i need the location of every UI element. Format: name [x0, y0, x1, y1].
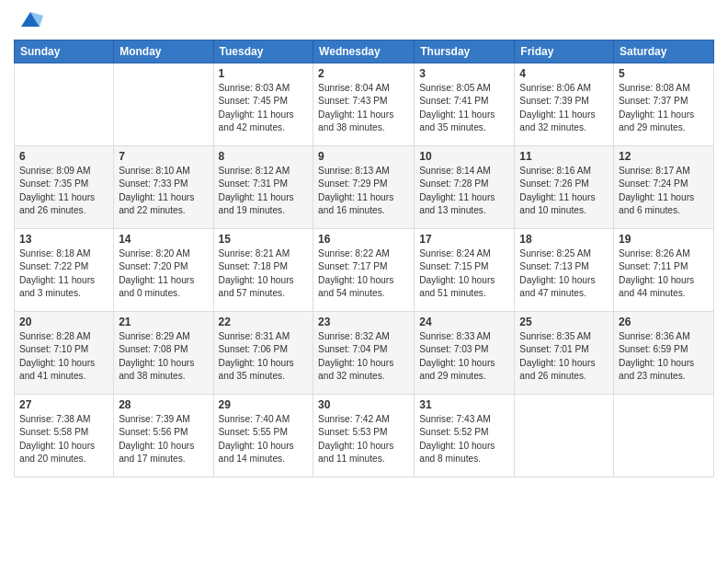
- calendar-week-row: 27Sunrise: 7:38 AMSunset: 5:58 PMDayligh…: [15, 395, 714, 477]
- calendar-page: SundayMondayTuesdayWednesdayThursdayFrid…: [0, 0, 728, 563]
- day-info: Sunrise: 8:33 AMSunset: 7:03 PMDaylight:…: [419, 330, 509, 383]
- day-number: 8: [219, 150, 309, 163]
- day-info: Sunrise: 8:10 AMSunset: 7:33 PMDaylight:…: [119, 165, 208, 217]
- weekday-header: Tuesday: [213, 40, 313, 63]
- day-info: Sunrise: 8:24 AMSunset: 7:15 PMDaylight:…: [419, 247, 509, 300]
- day-info: Sunrise: 8:25 AMSunset: 7:13 PMDaylight:…: [519, 247, 609, 300]
- day-number: 20: [19, 316, 108, 328]
- calendar-cell: 9Sunrise: 8:13 AMSunset: 7:29 PMDaylight…: [313, 146, 415, 229]
- calendar-cell: 25Sunrise: 8:35 AMSunset: 7:01 PMDayligh…: [515, 312, 614, 395]
- calendar-cell: 19Sunrise: 8:26 AMSunset: 7:11 PMDayligh…: [614, 229, 714, 312]
- day-info: Sunrise: 7:43 AMSunset: 5:52 PMDaylight:…: [419, 413, 509, 465]
- calendar-cell: 6Sunrise: 8:09 AMSunset: 7:35 PMDaylight…: [15, 146, 114, 229]
- day-number: 2: [318, 67, 409, 80]
- calendar-cell: 2Sunrise: 8:04 AMSunset: 7:43 PMDaylight…: [313, 63, 415, 146]
- header: [14, 9, 714, 32]
- day-info: Sunrise: 7:42 AMSunset: 5:53 PMDaylight:…: [318, 413, 409, 465]
- day-info: Sunrise: 8:14 AMSunset: 7:28 PMDaylight:…: [419, 165, 509, 217]
- day-info: Sunrise: 7:39 AMSunset: 5:56 PMDaylight:…: [119, 413, 208, 465]
- calendar-cell: 4Sunrise: 8:06 AMSunset: 7:39 PMDaylight…: [515, 63, 614, 146]
- day-info: Sunrise: 8:35 AMSunset: 7:01 PMDaylight:…: [519, 330, 609, 383]
- day-info: Sunrise: 8:20 AMSunset: 7:20 PMDaylight:…: [119, 247, 208, 300]
- calendar-cell: 8Sunrise: 8:12 AMSunset: 7:31 PMDaylight…: [213, 146, 313, 229]
- day-info: Sunrise: 8:17 AMSunset: 7:24 PMDaylight:…: [619, 165, 709, 217]
- day-number: 19: [619, 233, 709, 246]
- calendar-week-row: 13Sunrise: 8:18 AMSunset: 7:22 PMDayligh…: [15, 229, 714, 312]
- calendar-cell: 26Sunrise: 8:36 AMSunset: 6:59 PMDayligh…: [614, 312, 714, 395]
- calendar-body: 1Sunrise: 8:03 AMSunset: 7:45 PMDaylight…: [15, 63, 714, 477]
- calendar-cell: 28Sunrise: 7:39 AMSunset: 5:56 PMDayligh…: [114, 395, 213, 477]
- calendar-cell: [114, 63, 213, 146]
- day-number: 12: [619, 150, 709, 163]
- day-number: 9: [318, 150, 409, 163]
- day-info: Sunrise: 8:04 AMSunset: 7:43 PMDaylight:…: [318, 82, 409, 134]
- calendar-cell: 7Sunrise: 8:10 AMSunset: 7:33 PMDaylight…: [114, 146, 213, 229]
- day-number: 16: [318, 233, 409, 246]
- calendar-cell: [515, 395, 614, 477]
- calendar-cell: 27Sunrise: 7:38 AMSunset: 5:58 PMDayligh…: [15, 395, 114, 477]
- day-number: 10: [419, 150, 509, 163]
- calendar-cell: [15, 63, 114, 146]
- day-number: 23: [318, 316, 409, 328]
- calendar-cell: 31Sunrise: 7:43 AMSunset: 5:52 PMDayligh…: [415, 395, 515, 477]
- weekday-header: Saturday: [614, 40, 714, 63]
- day-number: 25: [519, 316, 609, 328]
- day-info: Sunrise: 8:03 AMSunset: 7:45 PMDaylight:…: [219, 82, 309, 134]
- day-number: 22: [219, 316, 309, 328]
- calendar-cell: 21Sunrise: 8:29 AMSunset: 7:08 PMDayligh…: [114, 312, 213, 395]
- day-info: Sunrise: 8:18 AMSunset: 7:22 PMDaylight:…: [19, 247, 108, 300]
- day-info: Sunrise: 8:36 AMSunset: 6:59 PMDaylight:…: [619, 330, 709, 383]
- calendar-cell: 5Sunrise: 8:08 AMSunset: 7:37 PMDaylight…: [614, 63, 714, 146]
- calendar-cell: 17Sunrise: 8:24 AMSunset: 7:15 PMDayligh…: [415, 229, 515, 312]
- calendar-cell: 23Sunrise: 8:32 AMSunset: 7:04 PMDayligh…: [313, 312, 415, 395]
- day-number: 17: [419, 233, 509, 246]
- day-info: Sunrise: 8:13 AMSunset: 7:29 PMDaylight:…: [318, 165, 409, 217]
- day-info: Sunrise: 8:29 AMSunset: 7:08 PMDaylight:…: [119, 330, 208, 383]
- weekday-header: Wednesday: [313, 40, 415, 63]
- calendar-cell: 3Sunrise: 8:05 AMSunset: 7:41 PMDaylight…: [415, 63, 515, 146]
- day-info: Sunrise: 8:08 AMSunset: 7:37 PMDaylight:…: [619, 82, 709, 134]
- calendar-table: SundayMondayTuesdayWednesdayThursdayFrid…: [14, 40, 714, 477]
- logo-icon: [17, 6, 43, 32]
- day-info: Sunrise: 7:38 AMSunset: 5:58 PMDaylight:…: [19, 413, 108, 465]
- day-number: 3: [419, 67, 509, 80]
- calendar-cell: 1Sunrise: 8:03 AMSunset: 7:45 PMDaylight…: [213, 63, 313, 146]
- day-number: 11: [519, 150, 609, 163]
- calendar-cell: 24Sunrise: 8:33 AMSunset: 7:03 PMDayligh…: [415, 312, 515, 395]
- calendar-cell: 13Sunrise: 8:18 AMSunset: 7:22 PMDayligh…: [15, 229, 114, 312]
- day-number: 18: [519, 233, 609, 246]
- calendar-cell: 22Sunrise: 8:31 AMSunset: 7:06 PMDayligh…: [213, 312, 313, 395]
- calendar-cell: 14Sunrise: 8:20 AMSunset: 7:20 PMDayligh…: [114, 229, 213, 312]
- weekday-header: Friday: [515, 40, 614, 63]
- calendar-week-row: 6Sunrise: 8:09 AMSunset: 7:35 PMDaylight…: [15, 146, 714, 229]
- day-number: 21: [119, 316, 208, 328]
- day-number: 30: [318, 398, 409, 411]
- calendar-cell: 16Sunrise: 8:22 AMSunset: 7:17 PMDayligh…: [313, 229, 415, 312]
- day-info: Sunrise: 8:31 AMSunset: 7:06 PMDaylight:…: [219, 330, 309, 383]
- day-number: 1: [219, 67, 309, 80]
- calendar-week-row: 20Sunrise: 8:28 AMSunset: 7:10 PMDayligh…: [15, 312, 714, 395]
- day-number: 14: [119, 233, 208, 246]
- weekday-header: Thursday: [415, 40, 515, 63]
- day-number: 4: [519, 67, 609, 80]
- day-info: Sunrise: 8:22 AMSunset: 7:17 PMDaylight:…: [318, 247, 409, 300]
- day-number: 5: [619, 67, 709, 80]
- calendar-header: SundayMondayTuesdayWednesdayThursdayFrid…: [15, 40, 714, 63]
- calendar-cell: 10Sunrise: 8:14 AMSunset: 7:28 PMDayligh…: [415, 146, 515, 229]
- day-info: Sunrise: 8:12 AMSunset: 7:31 PMDaylight:…: [219, 165, 309, 217]
- day-info: Sunrise: 7:40 AMSunset: 5:55 PMDaylight:…: [219, 413, 309, 465]
- calendar-cell: 15Sunrise: 8:21 AMSunset: 7:18 PMDayligh…: [213, 229, 313, 312]
- day-info: Sunrise: 8:28 AMSunset: 7:10 PMDaylight:…: [19, 330, 108, 383]
- day-number: 13: [19, 233, 108, 246]
- day-number: 31: [419, 398, 509, 411]
- day-info: Sunrise: 8:06 AMSunset: 7:39 PMDaylight:…: [519, 82, 609, 134]
- day-info: Sunrise: 8:21 AMSunset: 7:18 PMDaylight:…: [219, 247, 309, 300]
- day-number: 24: [419, 316, 509, 328]
- calendar-cell: 18Sunrise: 8:25 AMSunset: 7:13 PMDayligh…: [515, 229, 614, 312]
- logo: [14, 14, 43, 32]
- weekday-row: SundayMondayTuesdayWednesdayThursdayFrid…: [15, 40, 714, 63]
- day-number: 26: [619, 316, 709, 328]
- day-info: Sunrise: 8:32 AMSunset: 7:04 PMDaylight:…: [318, 330, 409, 383]
- day-info: Sunrise: 8:09 AMSunset: 7:35 PMDaylight:…: [19, 165, 108, 217]
- weekday-header: Monday: [114, 40, 213, 63]
